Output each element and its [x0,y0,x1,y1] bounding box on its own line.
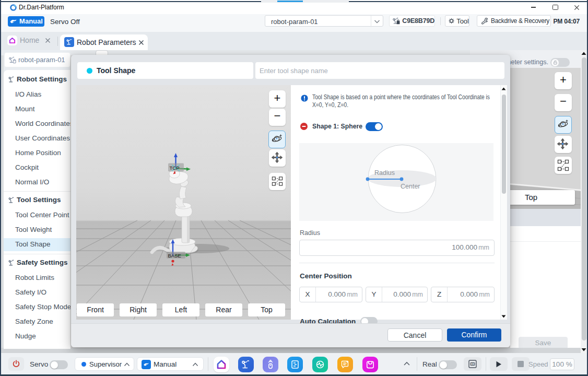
svg-text:TCP: TCP [170,165,180,171]
svg-text:3D: 3D [471,363,475,366]
svg-text:Center: Center [401,183,420,190]
svg-text:Radius: Radius [374,169,395,177]
svg-text:BASE: BASE [168,253,181,258]
